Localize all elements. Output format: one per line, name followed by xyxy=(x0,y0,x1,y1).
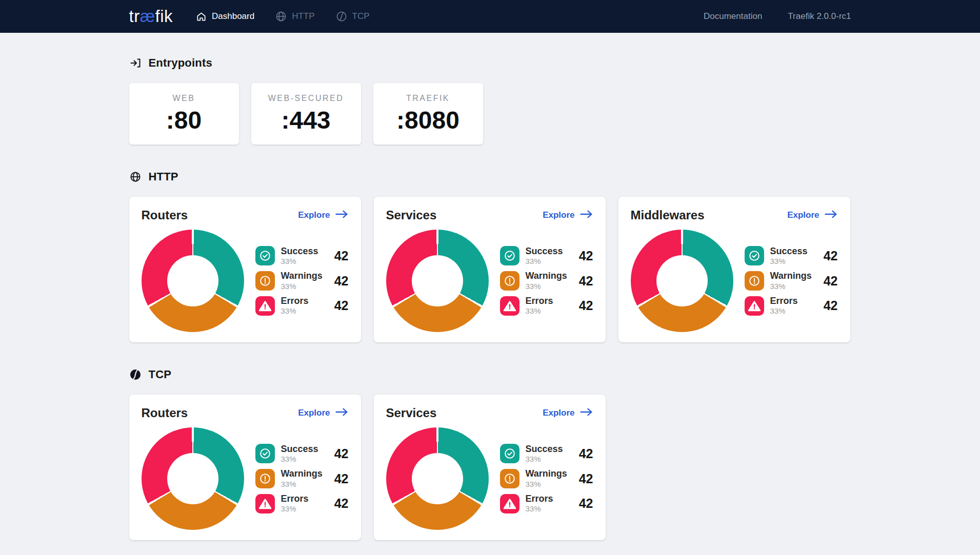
nav-item-dashboard[interactable]: Dashboard xyxy=(195,11,254,23)
entrypoint-label: WEB xyxy=(173,94,195,103)
stat-label: Errors xyxy=(526,494,553,505)
stat-pct: 33% xyxy=(526,480,567,489)
stat-value: 42 xyxy=(334,274,349,289)
stat-value: 42 xyxy=(579,496,593,511)
stat-pct: 33% xyxy=(281,455,318,464)
arrow-right-icon xyxy=(579,210,593,221)
error-icon xyxy=(255,296,275,316)
error-icon xyxy=(255,494,275,513)
stat-pct: 33% xyxy=(770,282,812,291)
nav-item-tcp[interactable]: TCP xyxy=(335,10,370,23)
stat-value: 42 xyxy=(334,446,349,461)
legend-row-success: Success 33% 42 xyxy=(500,246,593,266)
donut-chart xyxy=(142,230,244,332)
donut-chart xyxy=(142,427,244,530)
legend-row-warnings: Warnings 33% 42 xyxy=(500,468,593,489)
donut-chart xyxy=(631,230,733,332)
legend: Success 33% 42 Warnings 33% 42 xyxy=(500,246,593,316)
entrypoint-card-web: WEB :80 xyxy=(129,83,239,145)
explore-link[interactable]: Explore xyxy=(543,210,593,221)
legend-row-warnings: Warnings 33% 42 xyxy=(255,468,349,489)
stat-label: Success xyxy=(526,444,563,455)
tcp-icon xyxy=(335,10,348,23)
entrypoint-value: :80 xyxy=(166,106,202,134)
explore-link[interactable]: Explore xyxy=(298,407,348,419)
stat-pct: 33% xyxy=(526,455,563,464)
legend-row-success: Success 33% 42 xyxy=(745,246,838,266)
legend-row-errors: Errors 33% 42 xyxy=(255,494,349,514)
stat-value: 42 xyxy=(334,471,349,486)
panel-title: Routers xyxy=(142,208,188,222)
section-entrypoints-heading: Entrypoints xyxy=(129,56,851,70)
stat-value: 42 xyxy=(579,298,593,313)
legend-row-warnings: Warnings 33% 42 xyxy=(745,271,838,291)
stat-label: Warnings xyxy=(281,468,323,480)
nav-item-http[interactable]: HTTP xyxy=(275,10,314,23)
entrypoint-cards: WEB :80 WEB-SECURED :443 TRAEFIK :8080 xyxy=(129,83,851,145)
stat-label: Errors xyxy=(281,494,309,505)
success-icon xyxy=(255,246,275,265)
explore-label: Explore xyxy=(298,408,330,418)
stat-pct: 33% xyxy=(526,504,553,513)
panel-title: Middlewares xyxy=(631,208,705,222)
stat-label: Success xyxy=(526,246,563,257)
stat-value: 42 xyxy=(824,274,838,289)
stat-value: 42 xyxy=(334,496,349,511)
stat-pct: 33% xyxy=(770,257,808,266)
legend-row-warnings: Warnings 33% 42 xyxy=(255,271,349,291)
globe-icon xyxy=(275,10,287,23)
stat-pct: 33% xyxy=(526,257,563,266)
nav-item-label: HTTP xyxy=(292,11,314,22)
legend-row-errors: Errors 33% 42 xyxy=(745,296,838,316)
explore-link[interactable]: Explore xyxy=(543,407,593,419)
legend-row-errors: Errors 33% 42 xyxy=(500,296,593,316)
nav-item-label: TCP xyxy=(352,11,370,22)
version-label: Traefik 2.0.0-rc1 xyxy=(788,11,851,22)
panel-title: Services xyxy=(386,406,437,420)
logo-ae: æ xyxy=(140,7,155,26)
arrow-right-icon xyxy=(579,407,593,419)
warning-icon xyxy=(255,271,275,291)
entrypoint-label: WEB-SECURED xyxy=(268,94,344,103)
stat-label: Success xyxy=(770,246,808,257)
documentation-link[interactable]: Documentation xyxy=(704,11,762,22)
stat-pct: 33% xyxy=(281,257,318,266)
stat-value: 42 xyxy=(824,298,838,313)
tcp-panels: Routers Explore Success xyxy=(129,395,851,540)
panel-tcp-routers: Routers Explore Success xyxy=(129,395,361,540)
donut-chart xyxy=(386,230,489,332)
home-icon xyxy=(195,11,207,23)
legend: Success 33% 42 Warnings 33% 42 xyxy=(255,444,349,514)
panel-title: Routers xyxy=(142,406,188,420)
stat-value: 42 xyxy=(579,274,593,289)
error-icon xyxy=(500,296,519,316)
globe-icon xyxy=(129,171,142,183)
warning-icon xyxy=(745,271,764,291)
logo-text: tr xyxy=(129,7,140,26)
section-title: TCP xyxy=(149,368,172,381)
stat-value: 42 xyxy=(579,471,593,486)
legend-row-success: Success 33% 42 xyxy=(255,444,349,464)
stat-pct: 33% xyxy=(281,504,309,513)
tcp-icon xyxy=(129,368,142,381)
stat-pct: 33% xyxy=(526,306,553,316)
section-title: HTTP xyxy=(149,170,178,183)
explore-link[interactable]: Explore xyxy=(298,210,348,221)
section-http-heading: HTTP xyxy=(129,170,851,183)
stat-value: 42 xyxy=(579,249,593,263)
arrow-right-icon xyxy=(335,210,349,221)
stat-label: Errors xyxy=(770,296,798,307)
section-tcp-heading: TCP xyxy=(129,368,851,381)
panel-http-middlewares: Middlewares Explore Succes xyxy=(618,197,850,342)
stat-pct: 33% xyxy=(770,306,798,316)
panel-http-services: Services Explore Success xyxy=(374,197,606,342)
http-panels: Routers Explore Success xyxy=(129,197,851,342)
explore-label: Explore xyxy=(543,210,574,220)
stat-value: 42 xyxy=(334,249,349,263)
legend: Success 33% 42 Warnings 33% 42 xyxy=(745,246,838,316)
stat-label: Success xyxy=(281,444,318,455)
success-icon xyxy=(500,246,519,265)
section-title: Entrypoints xyxy=(149,56,212,70)
stat-pct: 33% xyxy=(281,480,323,489)
explore-link[interactable]: Explore xyxy=(787,210,837,221)
